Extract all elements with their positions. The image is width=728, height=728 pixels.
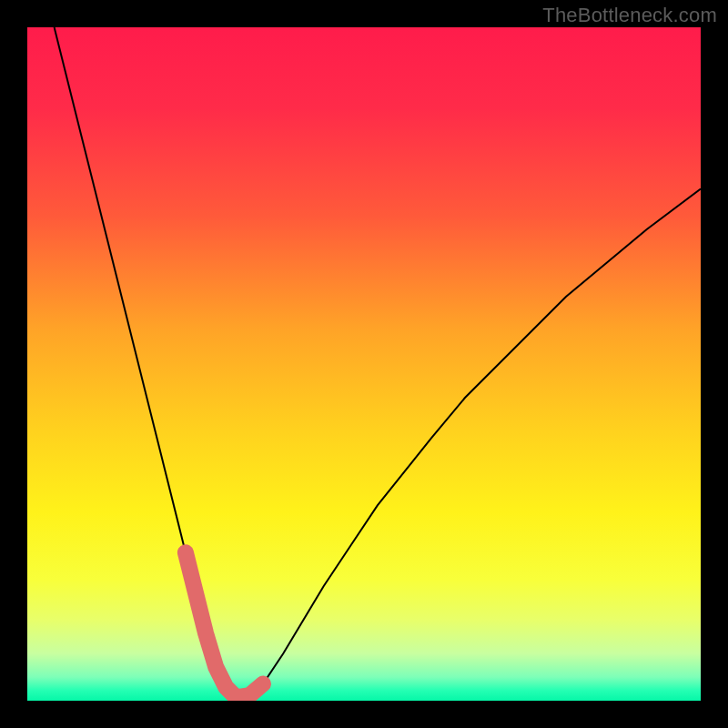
- plot-area: [27, 27, 701, 701]
- highlight-valley: [186, 552, 263, 697]
- bottleneck-curve: [55, 27, 701, 697]
- watermark-text: TheBottleneck.com: [542, 4, 717, 27]
- curve-layer: [27, 27, 701, 701]
- chart-frame: TheBottleneck.com: [0, 0, 728, 728]
